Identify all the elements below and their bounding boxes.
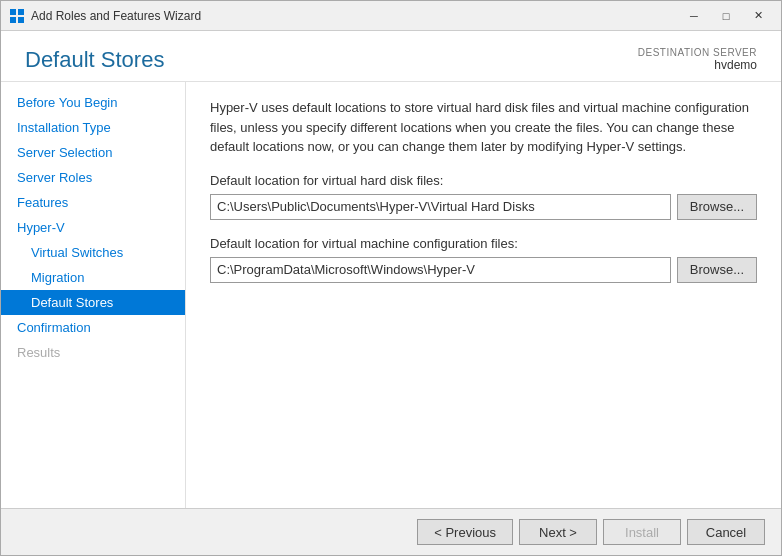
vhd-browse-button[interactable]: Browse... xyxy=(677,194,757,220)
maximize-button[interactable]: □ xyxy=(711,6,741,26)
vm-config-path-input[interactable] xyxy=(210,257,671,283)
vm-config-field-group: Default location for virtual machine con… xyxy=(210,236,757,283)
minimize-button[interactable]: ─ xyxy=(679,6,709,26)
next-button[interactable]: Next > xyxy=(519,519,597,545)
server-name: hvdemo xyxy=(638,58,757,72)
window-title: Add Roles and Features Wizard xyxy=(31,9,679,23)
sidebar-item-server-roles[interactable]: Server Roles xyxy=(1,165,185,190)
title-bar: Add Roles and Features Wizard ─ □ ✕ xyxy=(1,1,781,31)
sidebar-item-migration[interactable]: Migration xyxy=(1,265,185,290)
svg-rect-1 xyxy=(18,9,24,15)
destination-server-info: DESTINATION SERVER hvdemo xyxy=(638,47,757,72)
vm-config-field-row: Browse... xyxy=(210,257,757,283)
sidebar-item-confirmation[interactable]: Confirmation xyxy=(1,315,185,340)
vhd-field-row: Browse... xyxy=(210,194,757,220)
previous-button[interactable]: < Previous xyxy=(417,519,513,545)
sidebar: Before You BeginInstallation TypeServer … xyxy=(1,82,186,508)
destination-server-label: DESTINATION SERVER xyxy=(638,47,757,58)
main-content: Hyper-V uses default locations to store … xyxy=(186,82,781,508)
sidebar-item-hyper-v[interactable]: Hyper-V xyxy=(1,215,185,240)
vhd-field-group: Default location for virtual hard disk f… xyxy=(210,173,757,220)
main-body: Before You BeginInstallation TypeServer … xyxy=(1,82,781,508)
sidebar-item-installation-type[interactable]: Installation Type xyxy=(1,115,185,140)
svg-rect-3 xyxy=(18,17,24,23)
svg-rect-2 xyxy=(10,17,16,23)
page-header: Default Stores DESTINATION SERVER hvdemo xyxy=(1,31,781,82)
sidebar-item-virtual-switches[interactable]: Virtual Switches xyxy=(1,240,185,265)
sidebar-item-features[interactable]: Features xyxy=(1,190,185,215)
sidebar-item-before-you-begin[interactable]: Before You Begin xyxy=(1,90,185,115)
window-controls: ─ □ ✕ xyxy=(679,6,773,26)
page-title: Default Stores xyxy=(25,47,164,73)
sidebar-item-default-stores[interactable]: Default Stores xyxy=(1,290,185,315)
svg-rect-0 xyxy=(10,9,16,15)
vhd-path-input[interactable] xyxy=(210,194,671,220)
sidebar-item-server-selection[interactable]: Server Selection xyxy=(1,140,185,165)
vhd-label: Default location for virtual hard disk f… xyxy=(210,173,757,188)
sidebar-item-results: Results xyxy=(1,340,185,365)
vm-config-browse-button[interactable]: Browse... xyxy=(677,257,757,283)
app-icon xyxy=(9,8,25,24)
close-button[interactable]: ✕ xyxy=(743,6,773,26)
install-button: Install xyxy=(603,519,681,545)
content-area: Default Stores DESTINATION SERVER hvdemo… xyxy=(1,31,781,555)
footer: < Previous Next > Install Cancel xyxy=(1,508,781,555)
cancel-button[interactable]: Cancel xyxy=(687,519,765,545)
window: Add Roles and Features Wizard ─ □ ✕ Defa… xyxy=(0,0,782,556)
description-text: Hyper-V uses default locations to store … xyxy=(210,98,757,157)
vm-config-label: Default location for virtual machine con… xyxy=(210,236,757,251)
